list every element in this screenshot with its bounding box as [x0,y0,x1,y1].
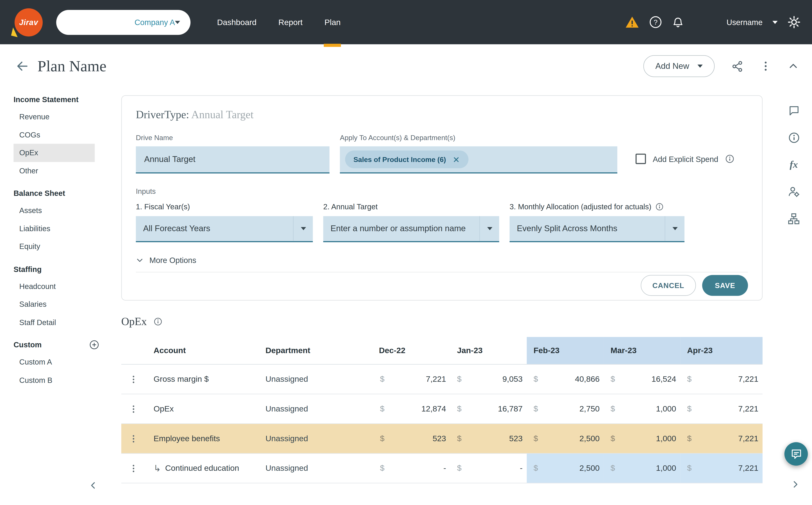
account-cell[interactable]: OpEx [146,394,260,424]
drivers-icon[interactable] [788,185,800,198]
column-header-dec-22[interactable]: Dec-22 [359,346,450,355]
row-menu-kebab-icon[interactable] [128,434,139,444]
fiscal-years-label: 1. Fiscal Year(s) [136,202,313,211]
section-title: Staffing [13,261,106,277]
value-cell[interactable]: $- [359,454,450,483]
rail-collapse-chevron-right-icon[interactable] [791,480,800,491]
value-cell[interactable]: $523 [359,424,450,453]
cell-value: 2,500 [579,434,600,443]
sidebar-collapse-chevron-left-icon[interactable] [88,481,98,492]
feedback-chat-button[interactable] [784,442,808,466]
value-cell[interactable]: $12,874 [359,394,450,424]
value-cell-forecast[interactable]: $1,000 [604,454,680,483]
sidebar-item-opex[interactable]: OpEx [13,144,94,162]
value-cell-forecast[interactable]: $2,500 [527,454,604,483]
value-cell[interactable]: $1,000 [604,424,680,453]
sidebar-item-assets[interactable]: Assets [13,202,94,219]
collapse-chevron-up-icon[interactable] [788,61,799,71]
sidebar-item-equity[interactable]: Equity [13,237,94,256]
comments-icon[interactable] [788,104,800,117]
back-arrow-icon[interactable] [16,59,29,73]
sidebar-item-custom-b[interactable]: Custom B [13,371,94,389]
department-cell[interactable]: Unassigned [260,364,359,394]
sidebar-item-staff-detail[interactable]: Staff Detail [13,313,94,331]
currency-symbol: $ [533,434,538,443]
settings-gear-icon[interactable] [788,16,801,29]
nav-item-plan[interactable]: Plan [313,0,351,44]
jirav-logo[interactable]: Jirav [15,8,43,36]
notifications-bell-icon[interactable] [672,16,684,28]
drive-name-input[interactable]: Annual Target [136,146,329,173]
section-title: Balance Sheet [13,185,106,202]
value-cell[interactable]: $16,787 [450,394,527,424]
column-header-department[interactable]: Department [260,346,359,355]
account-chip[interactable]: Sales of Product Income (6) [345,151,468,168]
sidebar-item-salaries[interactable]: Salaries [13,295,94,313]
more-options-toggle[interactable]: More Options [136,256,196,265]
cell-value: 2,750 [579,404,600,413]
row-menu-kebab-icon[interactable] [128,374,139,384]
value-cell[interactable]: $9,053 [450,364,527,394]
cancel-button[interactable]: CANCEL [641,275,696,296]
annual-target-select[interactable]: Enter a number or assumption name [323,216,499,242]
value-cell[interactable]: $1,000 [604,394,680,424]
user-menu-caret-icon[interactable] [772,21,778,24]
value-cell[interactable]: $16,524 [604,364,680,394]
value-cell[interactable]: $523 [450,424,527,453]
company-selector[interactable]: Company A [56,10,191,35]
row-menu-kebab-icon[interactable] [128,463,139,473]
value-cell[interactable]: $7,221 [680,364,763,394]
sidebar-item-headcount[interactable]: Headcount [13,277,94,295]
value-cell-forecast[interactable]: $7,221 [680,454,763,483]
warning-icon[interactable] [625,15,639,29]
user-avatar[interactable] [694,11,716,33]
sidebar-item-other[interactable]: Other [13,162,94,180]
value-cell[interactable]: $7,221 [680,394,763,424]
select-caret[interactable] [480,216,499,241]
info-icon[interactable] [788,131,800,144]
save-button[interactable]: SAVE [702,275,748,296]
add-explicit-spend-checkbox[interactable] [635,154,646,164]
help-icon[interactable]: ? [649,16,662,29]
add-custom-plus-icon[interactable] [89,340,99,350]
column-header-jan-23[interactable]: Jan-23 [450,346,527,355]
info-icon[interactable] [655,202,664,211]
chip-close-icon[interactable] [452,155,460,163]
column-header-mar-23[interactable]: Mar-23 [604,337,680,364]
sidebar-item-revenue[interactable]: Revenue [13,108,94,126]
account-cell[interactable]: ↳ Continued education [146,454,260,483]
value-cell[interactable]: $2,750 [527,394,604,424]
more-options-kebab-icon[interactable] [760,60,771,72]
formulas-fx-icon[interactable]: fx [788,158,800,171]
column-header-feb-23[interactable]: Feb-23 [527,337,604,364]
select-caret[interactable] [665,216,685,241]
sidebar-item-custom-a[interactable]: Custom A [13,353,94,371]
monthly-allocation-select[interactable]: Evenly Split Across Months [510,216,685,242]
add-new-button[interactable]: Add New [643,55,715,77]
nav-item-report[interactable]: Report [267,0,314,44]
share-icon[interactable] [731,60,743,72]
value-cell[interactable]: $7,221 [359,364,450,394]
value-cell[interactable]: $- [450,454,527,483]
row-menu-kebab-icon[interactable] [128,404,139,414]
hierarchy-icon[interactable] [788,212,800,225]
value-cell[interactable]: $40,866 [527,364,604,394]
apply-to-input[interactable]: Sales of Product Income (6) [340,146,617,173]
column-header-account[interactable]: Account [146,346,260,355]
column-header-apr-23[interactable]: Apr-23 [680,337,763,364]
info-icon[interactable] [725,154,735,163]
fiscal-years-select[interactable]: All Forecast Years [136,216,313,242]
nav-item-dashboard[interactable]: Dashboard [206,0,267,44]
department-cell[interactable]: Unassigned [260,394,359,424]
sidebar-item-liabilities[interactable]: Liabilities [13,219,94,237]
department-cell[interactable]: Unassigned [260,454,359,483]
account-cell[interactable]: Gross margin $ [146,364,260,394]
sidebar-item-cogs[interactable]: COGs [13,126,94,144]
currency-symbol: $ [610,464,615,473]
account-cell[interactable]: Employee benefits [146,424,260,453]
value-cell[interactable]: $7,221 [680,424,763,453]
department-cell[interactable]: Unassigned [260,424,359,453]
select-caret[interactable] [293,216,313,241]
value-cell[interactable]: $2,500 [527,424,604,453]
info-icon[interactable] [154,317,162,326]
